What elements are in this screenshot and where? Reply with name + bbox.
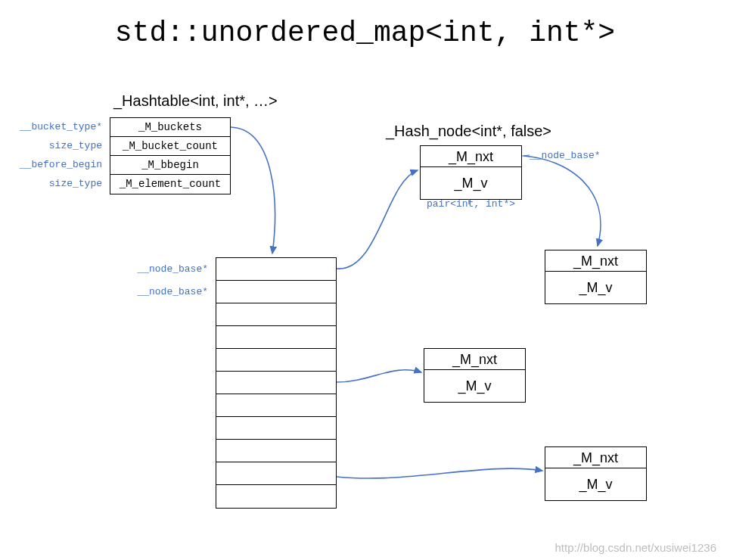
ht-type-1: size_type — [8, 140, 102, 151]
ht-row-bbegin: _M_bbegin — [110, 156, 230, 175]
node1-below-annot: pair<int, int*> — [420, 198, 522, 210]
bucket-row — [216, 349, 336, 372]
ht-type-2: __before_begin — [8, 159, 102, 170]
page-title: std::unordered_map<int, int*> — [0, 17, 730, 49]
bucket-row — [216, 485, 336, 508]
ht-type-3: size_type — [8, 178, 102, 189]
bucket-row — [216, 462, 336, 485]
hash-node-1: _M_nxt _M_v — [420, 145, 522, 200]
hashnode-label: _Hash_node<int*, false> — [386, 123, 551, 140]
hash-node-3: _M_nxt _M_v — [424, 348, 526, 403]
hashtable-label: _Hashtable<int, int*, …> — [113, 92, 278, 110]
ht-type-0: __bucket_type* — [8, 121, 102, 132]
node-v: _M_v — [424, 370, 525, 402]
node-nxt: _M_nxt — [545, 250, 646, 272]
bucket-row — [216, 372, 336, 394]
watermark: http://blog.csdn.net/xusiwei1236 — [555, 541, 716, 554]
bucket-row — [216, 417, 336, 440]
ht-row-element-count: _M_element_count — [110, 175, 230, 194]
node-nxt: _M_nxt — [545, 447, 646, 468]
ht-row-bucket-count: _M_bucket_count — [110, 137, 230, 156]
node1-right-annot: __node_base* — [530, 150, 620, 161]
node-v: _M_v — [545, 468, 646, 500]
bucket-row — [216, 281, 336, 303]
bucket-row — [216, 303, 336, 326]
node-nxt: _M_nxt — [421, 146, 521, 167]
bucket-array — [216, 257, 337, 509]
bucket-row — [216, 258, 336, 281]
bucket-type-1: __node_base* — [121, 286, 208, 297]
hashtable-box: _M_buckets _M_bucket_count _M_bbegin _M_… — [110, 117, 231, 194]
node-nxt: _M_nxt — [424, 349, 525, 370]
hash-node-2: _M_nxt _M_v — [545, 250, 647, 304]
hash-node-4: _M_nxt _M_v — [545, 446, 647, 501]
bucket-type-0: __node_base* — [121, 263, 208, 275]
ht-row-buckets: _M_buckets — [110, 118, 230, 137]
bucket-row — [216, 394, 336, 417]
node-v: _M_v — [421, 167, 521, 199]
node-v: _M_v — [545, 272, 646, 303]
bucket-row — [216, 440, 336, 462]
bucket-row — [216, 326, 336, 349]
